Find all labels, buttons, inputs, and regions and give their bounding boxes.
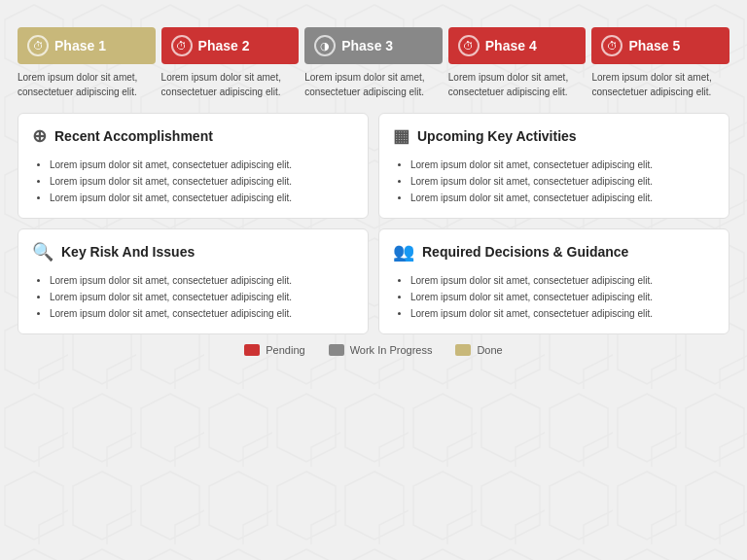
section-list-item: Lorem ipsum dolor sit amet, consectetuer… <box>50 305 354 322</box>
section-list-item: Lorem ipsum dolor sit amet, consectetuer… <box>50 173 354 190</box>
phase-btn-phase1[interactable]: ⏱Phase 1 <box>18 27 156 64</box>
phase-icon-phase3: ◑ <box>314 35 336 56</box>
section-title-decisions: Required Decisions & Guidance <box>422 244 628 260</box>
section-list-item: Lorem ipsum dolor sit amet, consectetuer… <box>50 157 354 173</box>
phase-btn-phase5[interactable]: ⏱Phase 5 <box>591 27 729 64</box>
section-card-upcoming: ▦Upcoming Key ActivitiesLorem ipsum dolo… <box>378 113 729 219</box>
phase-desc-phase1: Lorem ipsum dolor sit amet, consectetuer… <box>18 70 156 99</box>
section-header-recent: ⊕Recent Accomplishment <box>32 125 354 147</box>
section-icon-decisions: 👥 <box>393 241 414 262</box>
section-card-recent: ⊕Recent AccomplishmentLorem ipsum dolor … <box>18 113 369 219</box>
section-icon-risk: 🔍 <box>32 241 53 262</box>
section-header-decisions: 👥Required Decisions & Guidance <box>393 241 715 262</box>
phase-col-phase1: ⏱Phase 1Lorem ipsum dolor sit amet, cons… <box>18 27 156 99</box>
section-title-recent: Recent Accomplishment <box>54 128 213 144</box>
section-card-decisions: 👥Required Decisions & GuidanceLorem ipsu… <box>378 228 729 334</box>
phase-icon-phase5: ⏱ <box>601 35 622 56</box>
section-list-item: Lorem ipsum dolor sit amet, consectetuer… <box>410 173 715 190</box>
section-list-item: Lorem ipsum dolor sit amet, consectetuer… <box>50 272 354 289</box>
legend-swatch <box>244 344 260 356</box>
section-icon-upcoming: ▦ <box>393 125 409 147</box>
legend-label: Work In Progress <box>350 344 433 356</box>
section-list-recent: Lorem ipsum dolor sit amet, consectetuer… <box>32 157 354 206</box>
legend-item-done: Done <box>455 344 502 356</box>
phase-icon-phase1: ⏱ <box>27 35 49 56</box>
section-title-upcoming: Upcoming Key Activities <box>417 128 577 144</box>
phase-col-phase2: ⏱Phase 2Lorem ipsum dolor sit amet, cons… <box>161 27 300 99</box>
phase-btn-phase2[interactable]: ⏱Phase 2 <box>161 27 300 64</box>
phase-label-phase4: Phase 4 <box>485 38 537 53</box>
section-header-risk: 🔍Key Risk And Issues <box>32 241 354 262</box>
section-list-item: Lorem ipsum dolor sit amet, consectetuer… <box>50 190 354 206</box>
phase-label-phase3: Phase 3 <box>341 38 393 53</box>
section-list-risk: Lorem ipsum dolor sit amet, consectetuer… <box>32 272 354 322</box>
section-list-item: Lorem ipsum dolor sit amet, consectetuer… <box>410 272 715 289</box>
legend-item-work-in-progress: Work In Progress <box>329 344 433 356</box>
phase-label-phase2: Phase 2 <box>198 38 250 53</box>
section-list-item: Lorem ipsum dolor sit amet, consectetuer… <box>410 289 715 305</box>
legend-label: Done <box>477 344 502 356</box>
phase-col-phase4: ⏱Phase 4Lorem ipsum dolor sit amet, cons… <box>448 27 587 99</box>
phase-icon-phase2: ⏱ <box>171 35 193 56</box>
legend-item-pending: Pending <box>244 344 304 356</box>
phase-label-phase5: Phase 5 <box>628 38 680 53</box>
legend-swatch <box>455 344 471 356</box>
phases-row: ⏱Phase 1Lorem ipsum dolor sit amet, cons… <box>18 27 729 99</box>
section-list-upcoming: Lorem ipsum dolor sit amet, consectetuer… <box>393 157 715 206</box>
phase-btn-phase4[interactable]: ⏱Phase 4 <box>448 27 587 64</box>
phase-desc-phase3: Lorem ipsum dolor sit amet, consectetuer… <box>304 70 443 99</box>
phase-btn-phase3[interactable]: ◑Phase 3 <box>304 27 443 64</box>
phase-desc-phase4: Lorem ipsum dolor sit amet, consectetuer… <box>448 70 587 99</box>
phase-col-phase5: ⏱Phase 5Lorem ipsum dolor sit amet, cons… <box>591 27 729 99</box>
section-header-upcoming: ▦Upcoming Key Activities <box>393 125 715 147</box>
legend-label: Pending <box>266 344 304 356</box>
section-list-item: Lorem ipsum dolor sit amet, consectetuer… <box>410 305 715 322</box>
section-list-item: Lorem ipsum dolor sit amet, consectetuer… <box>50 289 354 305</box>
phase-desc-phase2: Lorem ipsum dolor sit amet, consectetuer… <box>161 70 300 99</box>
phase-icon-phase4: ⏱ <box>458 35 480 56</box>
section-list-decisions: Lorem ipsum dolor sit amet, consectetuer… <box>393 272 715 322</box>
phase-col-phase3: ◑Phase 3Lorem ipsum dolor sit amet, cons… <box>304 27 443 99</box>
section-card-risk: 🔍Key Risk And IssuesLorem ipsum dolor si… <box>18 228 369 334</box>
section-list-item: Lorem ipsum dolor sit amet, consectetuer… <box>410 157 715 173</box>
section-list-item: Lorem ipsum dolor sit amet, consectetuer… <box>410 190 715 206</box>
phase-desc-phase5: Lorem ipsum dolor sit amet, consectetuer… <box>591 70 729 99</box>
section-icon-recent: ⊕ <box>32 125 47 147</box>
legend-swatch <box>329 344 344 356</box>
section-title-risk: Key Risk And Issues <box>61 244 195 260</box>
phase-label-phase1: Phase 1 <box>54 38 106 53</box>
